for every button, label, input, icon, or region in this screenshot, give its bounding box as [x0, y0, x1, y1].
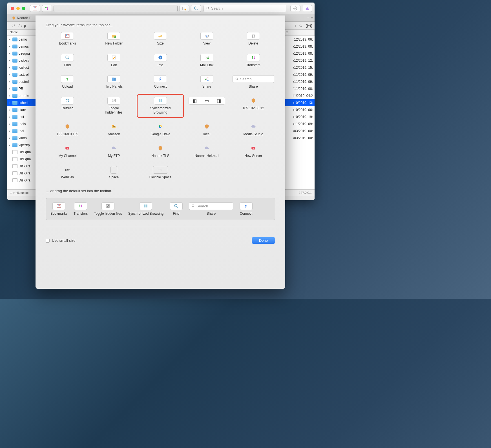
back-button[interactable]: 〈	[10, 23, 13, 28]
search-field[interactable]: Search	[189, 202, 233, 210]
disclosure-icon[interactable]: ▸	[9, 94, 12, 97]
toolbar-item-space[interactable]: Space	[92, 166, 136, 180]
dav-icon[interactable]: DAV	[61, 166, 74, 174]
shield-orange-icon[interactable]	[200, 123, 213, 130]
disclosure-icon[interactable]: ▸	[9, 52, 12, 55]
path-crumb[interactable]: p	[24, 24, 26, 28]
small-size-checkbox[interactable]	[46, 239, 50, 243]
cloud-icon[interactable]	[200, 145, 213, 152]
youtube-icon[interactable]	[61, 145, 74, 152]
newfolder-icon[interactable]: +	[107, 32, 120, 40]
toolbar-item-upload[interactable]: Upload	[46, 75, 89, 89]
share-icon[interactable]	[200, 75, 213, 83]
transfers-icon[interactable]	[74, 202, 87, 210]
refresh-icon[interactable]	[61, 97, 74, 105]
col-date[interactable]: te	[284, 30, 315, 36]
default-set[interactable]: BookmarksTransfersToggle hidden filesSyn…	[46, 198, 275, 220]
disclosure-icon[interactable]: ▸	[9, 143, 12, 147]
gdrive-icon[interactable]	[154, 123, 167, 130]
transfers-button[interactable]	[42, 5, 52, 12]
disclosure-icon[interactable]: ▸	[9, 129, 12, 132]
cloud-icon[interactable]	[107, 145, 120, 152]
toolbar-item-webdav[interactable]: DAVWebDav	[46, 166, 89, 180]
toolbar-item-naarak-hekko-1[interactable]: Naarak-Hekko.1	[185, 145, 229, 158]
shield-orange-icon[interactable]	[247, 97, 260, 105]
hidden-icon[interactable]	[107, 97, 120, 105]
zoom-button[interactable]	[22, 7, 25, 10]
toolbar-item-192-168-0-109[interactable]: 192.168.0.109	[46, 123, 89, 137]
disclosure-icon[interactable]: ▸	[9, 66, 12, 69]
sync-icon[interactable]	[154, 97, 167, 105]
hidden-files-button[interactable]	[179, 5, 189, 12]
toolbar-item-find[interactable]: Find	[170, 202, 183, 216]
toolbar-search[interactable]: Search	[204, 5, 286, 12]
youtube-icon[interactable]	[247, 145, 260, 152]
toolbar-item-transfers[interactable]: Transfers	[231, 54, 275, 68]
tab-list-icon[interactable]: ≡	[311, 16, 313, 20]
toolbar-item-info[interactable]: iInfo	[139, 54, 182, 68]
close-button[interactable]	[11, 7, 14, 10]
eject-button[interactable]	[302, 5, 312, 12]
disclosure-icon[interactable]: ▸	[9, 115, 12, 118]
toolbar-item-transfers[interactable]: Transfers	[74, 202, 88, 216]
toolbar-item-share[interactable]: SearchShare	[189, 202, 233, 216]
toolbar-item-share[interactable]: SearchShare	[231, 75, 275, 89]
minimize-button[interactable]	[16, 7, 20, 10]
disclosure-icon[interactable]: ▸	[9, 59, 12, 62]
toolbar-item-seg3[interactable]: ◧▭◨	[185, 97, 229, 115]
panels-icon[interactable]	[107, 75, 120, 83]
find-button[interactable]	[191, 5, 201, 12]
bookmarks-icon[interactable]	[52, 202, 65, 210]
disclosure-icon[interactable]: ▸	[9, 38, 12, 41]
info-icon[interactable]: i	[154, 54, 167, 61]
forward-button[interactable]: 〉	[14, 23, 17, 28]
toolbar-item-connect[interactable]: Connect	[139, 75, 182, 89]
toolbar-item-share[interactable]: Share	[185, 75, 229, 89]
toolbar-item-mail-link[interactable]: Mail Link	[185, 54, 229, 68]
star-icon[interactable]: ☆	[299, 23, 303, 28]
toolbar-item-delete[interactable]: Delete	[231, 32, 275, 46]
toolbar-item-size[interactable]: Size	[139, 32, 182, 46]
toolbar-item-amazon[interactable]: S3Amazon	[92, 123, 136, 137]
disclosure-icon[interactable]: ▸	[9, 87, 12, 90]
disclosure-icon[interactable]: ▸	[9, 136, 12, 139]
add-tab-icon[interactable]: +	[307, 16, 309, 20]
transfers-icon[interactable]	[247, 54, 260, 61]
broadcast-icon[interactable]: ((•))	[306, 23, 312, 28]
upload-icon[interactable]	[61, 75, 74, 83]
toolbar-item-my-channel[interactable]: My Channel	[46, 145, 89, 158]
toolbar-item-view[interactable]: View	[185, 32, 229, 46]
shield-orange-icon[interactable]	[154, 145, 167, 152]
space-icon[interactable]	[110, 166, 117, 174]
toolbar-item-bookmarks[interactable]: Bookmarks	[46, 32, 89, 46]
eye-icon[interactable]	[200, 32, 213, 40]
toolbar-item-my-ftp[interactable]: My FTP	[92, 145, 136, 158]
flexible-space-icon[interactable]: ⟷	[153, 166, 168, 174]
bolt-icon[interactable]	[154, 75, 167, 83]
toolbar-item-synchronized-browsing[interactable]: Synchronized Browsing	[128, 202, 163, 216]
toolbar-item-edit[interactable]: Edit	[92, 54, 136, 68]
toolbar-item-connect[interactable]: Connect	[240, 202, 253, 216]
disclosure-icon[interactable]: ▸	[9, 73, 12, 76]
ruler-icon[interactable]	[154, 32, 167, 40]
disclosure-icon[interactable]: ▸	[9, 45, 12, 48]
sync-browsing-button[interactable]	[290, 5, 300, 12]
mail-icon[interactable]	[200, 54, 213, 61]
edit-icon[interactable]	[107, 54, 120, 61]
toolbar-item-media-studio[interactable]: Media Studio	[231, 123, 275, 137]
toolbar-item-google-drive[interactable]: Google Drive	[139, 123, 182, 137]
upload-icon[interactable]: ↑	[294, 23, 296, 28]
bookmarks-button[interactable]	[30, 5, 40, 12]
toolbar-item-toggle-hidden-files[interactable]: Toggle hidden files	[94, 202, 122, 216]
toolbar-item-refresh[interactable]: Refresh	[46, 97, 89, 115]
toolbar-item-synchronized-browsing[interactable]: Synchronized Browsing	[137, 94, 184, 118]
toolbar-item-toggle-hidden-files[interactable]: Toggle hidden files	[92, 97, 136, 115]
hidden-icon[interactable]	[101, 202, 114, 210]
search-field[interactable]: Search	[233, 75, 274, 83]
toolbar-item-naarak-tls[interactable]: Naarak TLS	[139, 145, 182, 158]
bolt-icon[interactable]	[240, 202, 253, 210]
disclosure-icon[interactable]: ▸	[9, 101, 12, 104]
bookmarks-icon[interactable]	[61, 32, 74, 40]
done-button[interactable]: Done	[252, 237, 275, 244]
disclosure-icon[interactable]: ▸	[9, 108, 12, 111]
